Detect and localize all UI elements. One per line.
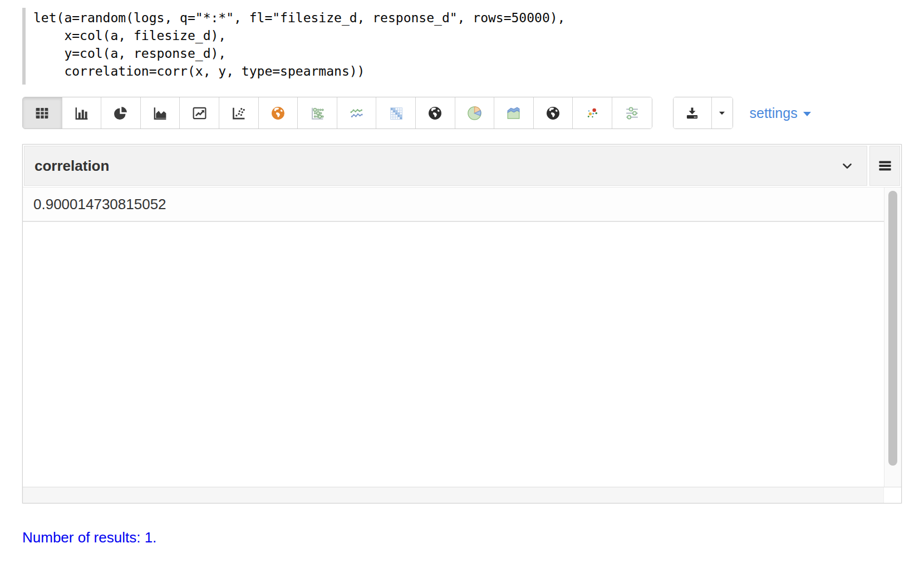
globe-orange-icon <box>270 105 286 121</box>
settings-label: settings <box>750 105 798 121</box>
viz-button-range-sliders[interactable] <box>612 97 652 129</box>
scrollbar-corner <box>883 487 901 503</box>
download-icon <box>685 106 700 121</box>
scatter-colored-icon <box>584 105 601 121</box>
column-header-correlation[interactable]: correlation <box>24 146 867 186</box>
paragraph: let(a=random(logs, q="*:*", fl="filesize… <box>0 0 924 546</box>
area-colored-icon <box>505 105 522 122</box>
download-button[interactable] <box>674 97 712 129</box>
viz-button-scatter-colored[interactable] <box>573 97 612 129</box>
line-chart-icon <box>191 105 208 121</box>
globe-dark-icon <box>545 105 561 121</box>
bar-chart-icon <box>73 105 90 121</box>
area-chart-icon <box>152 105 168 121</box>
viz-button-heatmap-grid[interactable] <box>376 97 416 129</box>
vertical-scrollbar-thumb[interactable] <box>888 191 897 466</box>
caret-down-icon <box>716 107 728 119</box>
chevron-down-icon[interactable] <box>840 159 854 173</box>
pie-chart-icon <box>112 105 129 121</box>
code-line: y=col(a, response_d), <box>33 45 902 62</box>
table-header-row: correlation <box>23 145 901 187</box>
viz-button-map-globe-dark-2[interactable] <box>534 97 573 129</box>
pie-colored-icon <box>466 105 483 122</box>
settings-link[interactable]: settings <box>750 105 811 121</box>
column-header-label: correlation <box>35 157 840 175</box>
visualization-toolbar: settings <box>22 97 902 129</box>
code-line: correlation=corr(x, y, type=spearmans)) <box>33 62 902 80</box>
hamburger-icon <box>877 157 893 174</box>
viz-button-bubble-grid[interactable] <box>298 97 337 129</box>
viz-button-scatter-plot[interactable] <box>219 97 259 129</box>
globe-dark-icon <box>427 105 443 121</box>
viz-button-pie-colored[interactable] <box>455 97 495 129</box>
table-rows: 0.900014730815052 <box>23 187 884 222</box>
viz-button-map-globe-orange[interactable] <box>259 97 298 129</box>
scatter-plot-icon <box>230 105 247 121</box>
code-line: let(a=random(logs, q="*:*", fl="filesize… <box>33 9 902 27</box>
download-options-button[interactable] <box>712 97 733 129</box>
table-body: 0.900014730815052 <box>23 187 901 487</box>
viz-button-area-colored[interactable] <box>494 97 534 129</box>
vertical-scrollbar[interactable] <box>884 187 901 487</box>
table-footer <box>23 487 901 503</box>
viz-button-map-globe-dark[interactable] <box>416 97 455 129</box>
bubble-grid-icon <box>309 105 325 121</box>
viz-button-pie-chart[interactable] <box>101 97 141 129</box>
code-editor[interactable]: let(a=random(logs, q="*:*", fl="filesize… <box>22 8 902 85</box>
viz-button-area-chart[interactable] <box>141 97 180 129</box>
horizontal-scrollbar[interactable] <box>23 487 883 503</box>
viz-button-bar-chart[interactable] <box>62 97 102 129</box>
code-text: let(a=random(logs, q="*:*", fl="filesize… <box>33 9 902 80</box>
viz-button-table[interactable] <box>23 97 62 129</box>
settings-caret-icon <box>803 112 811 116</box>
table-cell: 0.900014730815052 <box>23 196 166 213</box>
heatmap-grid-icon <box>388 105 404 121</box>
result-table-panel: correlation 0.900014730815052 <box>22 144 902 503</box>
code-line: x=col(a, filesize_d), <box>33 27 902 45</box>
table-row: 0.900014730815052 <box>23 187 884 222</box>
table-icon <box>34 105 50 121</box>
viz-button-line-chart[interactable] <box>180 97 219 129</box>
table-menu-button[interactable] <box>869 146 900 186</box>
results-count-text: Number of results: 1. <box>22 529 902 546</box>
viz-button-group <box>22 97 652 129</box>
sliders-icon <box>623 105 641 122</box>
export-button-group <box>673 97 733 129</box>
viz-button-multi-series-line[interactable] <box>337 97 377 129</box>
multi-line-icon <box>348 105 365 121</box>
